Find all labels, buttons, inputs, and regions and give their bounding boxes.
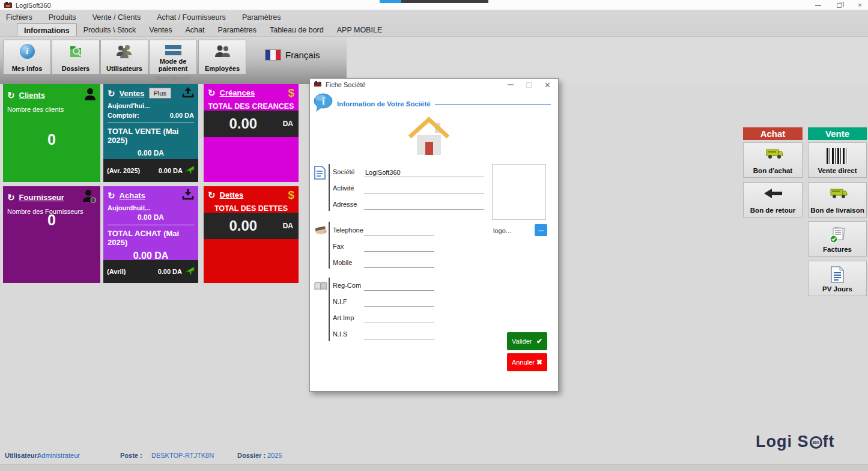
societe-input[interactable]: LogiSoft360 xyxy=(364,167,484,177)
menu-fichiers[interactable]: Fichiers xyxy=(6,13,32,22)
menu-parametres[interactable]: Paramètres xyxy=(242,13,281,22)
field-label: Adresse xyxy=(333,201,357,208)
folder-search-icon xyxy=(52,44,99,59)
tab-parametres[interactable]: Paramètres xyxy=(211,23,263,36)
creances-amount: 0.00 xyxy=(204,115,283,132)
truck-icon xyxy=(744,148,802,160)
mes-infos-button[interactable]: i Mes Infos xyxy=(3,40,51,74)
person-icon xyxy=(82,87,96,103)
menu-vente-clients[interactable]: Vente / Clients xyxy=(93,13,141,22)
bon-livraison-button[interactable]: Bon de livraison xyxy=(808,182,867,217)
valider-button[interactable]: Valider ✔ xyxy=(507,332,547,350)
restore-button[interactable] xyxy=(837,3,842,8)
dossiers-button[interactable]: Dossiers xyxy=(52,40,100,74)
dialog-minimize-button[interactable] xyxy=(508,84,514,85)
utilisateurs-button[interactable]: Utilisateurs xyxy=(100,40,148,74)
dialog-title: Fiche Société xyxy=(326,81,366,88)
menu-produits[interactable]: Produits xyxy=(49,13,76,22)
upload-tray-icon xyxy=(182,87,194,99)
france-flag-icon[interactable] xyxy=(265,49,281,61)
dossier-name-label: SansNom1 xyxy=(149,74,197,82)
tab-tableau-de-bord[interactable]: Tableau de bord xyxy=(263,23,330,36)
tab-ventes[interactable]: Ventes xyxy=(142,23,178,36)
group-divider xyxy=(329,164,330,211)
tile-clients: ↻ Clients Nombre des clients 0 xyxy=(3,84,100,182)
tab-app-mobile[interactable]: APP MOBILE xyxy=(330,23,389,36)
group-divider xyxy=(329,278,330,341)
mode-de-paiement-button[interactable]: Mode de paiement xyxy=(149,40,197,74)
tile-creances-title[interactable]: Créances xyxy=(220,88,255,97)
tab-produits-stock[interactable]: Produits \ Stock xyxy=(77,23,143,36)
tile-dettes-title[interactable]: Dettes xyxy=(220,190,244,199)
field-label: Fax xyxy=(333,243,344,250)
window-title: LogiSoft360 xyxy=(16,2,51,9)
fournisseur-count: 0 xyxy=(3,211,100,229)
ventes-plus-button[interactable]: Plus xyxy=(149,88,171,99)
refresh-icon[interactable]: ↻ xyxy=(7,91,15,100)
clients-count: 0 xyxy=(3,131,100,148)
language-label[interactable]: Français xyxy=(285,50,320,60)
tile-fournisseur: ↻ Fournisseur Nombre des Fournisseurs 0 xyxy=(3,186,100,283)
ribbon-tabs: Informations Produits \ Stock Ventes Ach… xyxy=(0,23,868,37)
vente-panel-header: Vente xyxy=(808,127,867,140)
truck-icon xyxy=(809,187,866,200)
vente-direct-button[interactable]: Vente direct xyxy=(808,142,867,178)
activite-input[interactable] xyxy=(364,183,484,193)
nif-input[interactable] xyxy=(364,297,434,307)
tab-informations[interactable]: Informations xyxy=(17,23,77,36)
logo-360-icon: 360 xyxy=(810,436,822,449)
dialog-maximize-button[interactable] xyxy=(526,82,532,88)
ventes-counter-label: Comptoir: xyxy=(108,112,139,119)
refresh-icon[interactable]: ↻ xyxy=(7,193,15,202)
ventes-today-label: Aujourd'hui... xyxy=(103,100,198,110)
tile-fournisseur-title[interactable]: Fournisseur xyxy=(19,193,64,202)
achats-today-value: 0.00 DA xyxy=(103,213,198,222)
tile-creances: ↻ Créances $ TOTAL DES CREANCES 0.00 DA xyxy=(204,84,299,182)
info-bubble-icon: i xyxy=(312,92,335,115)
field-label: Telephone xyxy=(333,226,363,234)
dettes-total-label: TOTAL DES DETTES xyxy=(204,204,299,213)
trend-arrow-icon xyxy=(184,266,195,277)
adresse-input[interactable] xyxy=(364,199,484,210)
ledger-icon xyxy=(314,281,328,293)
field-label: N.I.S xyxy=(333,330,347,338)
annuler-button[interactable]: Annuler ✖ xyxy=(507,353,547,371)
invoice-check-icon xyxy=(809,226,866,243)
art-imp-input[interactable] xyxy=(364,313,434,323)
bon-retour-button[interactable]: Bon de retour xyxy=(743,182,803,217)
fax-input[interactable] xyxy=(364,242,434,252)
dialog-close-button[interactable]: ✕ xyxy=(544,81,551,89)
logo-browse-button[interactable]: ... xyxy=(535,224,547,236)
top-progress-value xyxy=(380,0,401,3)
pv-jours-button[interactable]: PV Jours xyxy=(808,261,867,296)
bon-achat-button[interactable]: Bon d'achat xyxy=(743,142,803,178)
menu-achat-fournisseurs[interactable]: Achat / Fournisseurs xyxy=(157,13,226,22)
refresh-icon[interactable]: ↻ xyxy=(208,88,216,97)
refresh-icon[interactable]: ↻ xyxy=(108,89,115,98)
document-icon xyxy=(314,166,326,181)
refresh-icon[interactable]: ↻ xyxy=(108,191,115,200)
employees-button[interactable]: Employées xyxy=(198,40,246,74)
field-label: Art.Imp xyxy=(333,314,354,321)
clients-subtitle: Nombre des clients xyxy=(3,104,100,115)
minimize-button[interactable] xyxy=(815,5,821,6)
telephone-input[interactable] xyxy=(364,225,434,235)
nis-input[interactable] xyxy=(364,329,434,339)
reg-com-input[interactable] xyxy=(364,281,434,291)
trend-arrow-icon xyxy=(184,165,195,176)
tile-ventes-title[interactable]: Ventes xyxy=(120,89,145,98)
tile-dettes: ↻ Dettes $ TOTAL DES DETTES 0.00 DA xyxy=(204,186,299,283)
refresh-icon[interactable]: ↻ xyxy=(208,190,216,199)
close-button[interactable]: × xyxy=(857,1,862,9)
tab-achat[interactable]: Achat xyxy=(178,23,211,36)
poste-label: Poste : xyxy=(120,452,142,459)
tile-ventes: ↻ Ventes Plus Aujourd'hui... Comptoir: 0… xyxy=(103,84,198,182)
mobile-input[interactable] xyxy=(364,258,434,268)
dettes-currency: DA xyxy=(283,222,299,230)
bottom-strip xyxy=(0,464,868,471)
factures-button[interactable]: Factures xyxy=(808,221,867,257)
tile-clients-title[interactable]: Clients xyxy=(19,91,45,100)
tile-achats-title[interactable]: Achats xyxy=(120,191,145,200)
cross-icon: ✖ xyxy=(536,358,542,366)
field-label: Mobile xyxy=(333,259,352,266)
